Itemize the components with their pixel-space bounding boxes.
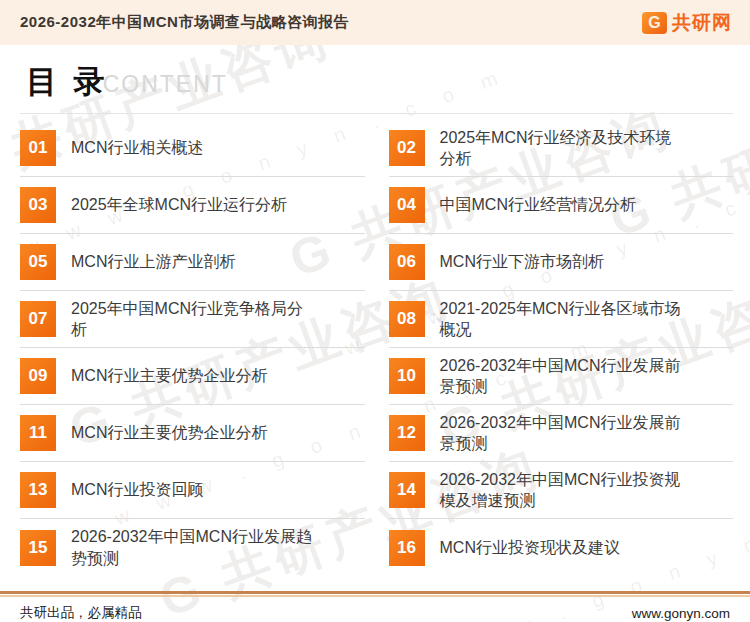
heading-divider xyxy=(20,113,733,114)
toc-item-label: 2026-2032年中国MCN行业投资规模及增速预测 xyxy=(440,469,688,511)
page-footer: 共研出品，必属精品 www.gonyn.com xyxy=(0,591,750,622)
footer-divider-dark xyxy=(0,591,750,594)
toc-item-11: 11 MCN行业主要优势企业分析 xyxy=(20,405,365,462)
toc-item-10: 10 2026-2032年中国MCN行业发展前景预测 xyxy=(389,348,734,405)
toc-item-09: 09 MCN行业主要优势企业分析 xyxy=(20,348,365,405)
toc-item-14: 14 2026-2032年中国MCN行业投资规模及增速预测 xyxy=(389,462,734,519)
footer-website-url: www.gonyn.com xyxy=(632,606,730,621)
toc-right-column: 02 2025年MCN行业经济及技术环境分析 04 中国MCN行业经营情况分析 … xyxy=(389,120,734,576)
toc-grid: 01 MCN行业相关概述 03 2025年全球MCN行业运行分析 05 MCN行… xyxy=(20,120,733,576)
toc-item-12: 12 2026-2032年中国MCN行业发展前景预测 xyxy=(389,405,734,462)
toc-number-badge: 10 xyxy=(389,358,425,394)
toc-item-label: 2025年全球MCN行业运行分析 xyxy=(71,194,287,215)
toc-heading: 目 录 CONTENT xyxy=(20,61,733,103)
toc-item-label: MCN行业下游市场剖析 xyxy=(440,251,604,272)
toc-number-badge: 15 xyxy=(20,530,56,566)
toc-item-label: 2026-2032年中国MCN行业发展趋势预测 xyxy=(71,526,319,568)
toc-number-badge: 05 xyxy=(20,244,56,280)
toc-item-05: 05 MCN行业上游产业剖析 xyxy=(20,234,365,291)
toc-item-label: 2025年中国MCN行业竞争格局分析 xyxy=(71,298,319,340)
toc-number-badge: 08 xyxy=(389,301,425,337)
logo-brand-name: 共研网 xyxy=(672,10,732,36)
toc-item-label: MCN行业主要优势企业分析 xyxy=(71,422,267,443)
toc-number-badge: 03 xyxy=(20,187,56,223)
toc-number-badge: 11 xyxy=(20,415,56,451)
toc-item-label: 2025年MCN行业经济及技术环境分析 xyxy=(440,127,688,169)
toc-number-badge: 13 xyxy=(20,472,56,508)
toc-number-badge: 12 xyxy=(389,415,425,451)
toc-item-13: 13 MCN行业投资回顾 xyxy=(20,462,365,519)
toc-left-column: 01 MCN行业相关概述 03 2025年全球MCN行业运行分析 05 MCN行… xyxy=(20,120,365,576)
toc-number-badge: 09 xyxy=(20,358,56,394)
toc-item-01: 01 MCN行业相关概述 xyxy=(20,120,365,177)
toc-item-label: MCN行业投资现状及建议 xyxy=(440,537,620,558)
table-of-contents: 目 录 CONTENT 01 MCN行业相关概述 03 2025年全球MCN行业… xyxy=(0,45,750,576)
toc-number-badge: 14 xyxy=(389,472,425,508)
footer-slogan: 共研出品，必属精品 xyxy=(20,604,142,622)
g-logo-icon: G xyxy=(642,12,667,34)
toc-item-label: 2026-2032年中国MCN行业发展前景预测 xyxy=(440,412,688,454)
toc-item-07: 07 2025年中国MCN行业竞争格局分析 xyxy=(20,291,365,348)
toc-item-06: 06 MCN行业下游市场剖析 xyxy=(389,234,734,291)
toc-item-15: 15 2026-2032年中国MCN行业发展趋势预测 xyxy=(20,519,365,576)
report-title: 2026-2032年中国MCN市场调查与战略咨询报告 xyxy=(20,13,349,32)
toc-number-badge: 04 xyxy=(389,187,425,223)
toc-number-badge: 16 xyxy=(389,530,425,566)
toc-item-label: MCN行业相关概述 xyxy=(71,137,203,158)
toc-item-label: MCN行业上游产业剖析 xyxy=(71,251,235,272)
toc-item-label: MCN行业主要优势企业分析 xyxy=(71,365,267,386)
toc-number-badge: 07 xyxy=(20,301,56,337)
toc-item-02: 02 2025年MCN行业经济及技术环境分析 xyxy=(389,120,734,177)
toc-item-label: 2021-2025年MCN行业各区域市场概况 xyxy=(440,298,688,340)
toc-item-label: MCN行业投资回顾 xyxy=(71,479,203,500)
toc-heading-chinese: 目 录 xyxy=(26,61,109,103)
toc-item-16: 16 MCN行业投资现状及建议 xyxy=(389,519,734,576)
toc-item-03: 03 2025年全球MCN行业运行分析 xyxy=(20,177,365,234)
toc-item-label: 中国MCN行业经营情况分析 xyxy=(440,194,636,215)
toc-number-badge: 06 xyxy=(389,244,425,280)
toc-item-label: 2026-2032年中国MCN行业发展前景预测 xyxy=(440,355,688,397)
toc-number-badge: 01 xyxy=(20,130,56,166)
toc-number-badge: 02 xyxy=(389,130,425,166)
toc-item-08: 08 2021-2025年MCN行业各区域市场概况 xyxy=(389,291,734,348)
report-header-bar: 2026-2032年中国MCN市场调查与战略咨询报告 G 共研网 xyxy=(0,0,750,45)
toc-item-04: 04 中国MCN行业经营情况分析 xyxy=(389,177,734,234)
gonyn-logo: G 共研网 xyxy=(642,10,732,36)
toc-heading-english: CONTENT xyxy=(103,71,228,98)
